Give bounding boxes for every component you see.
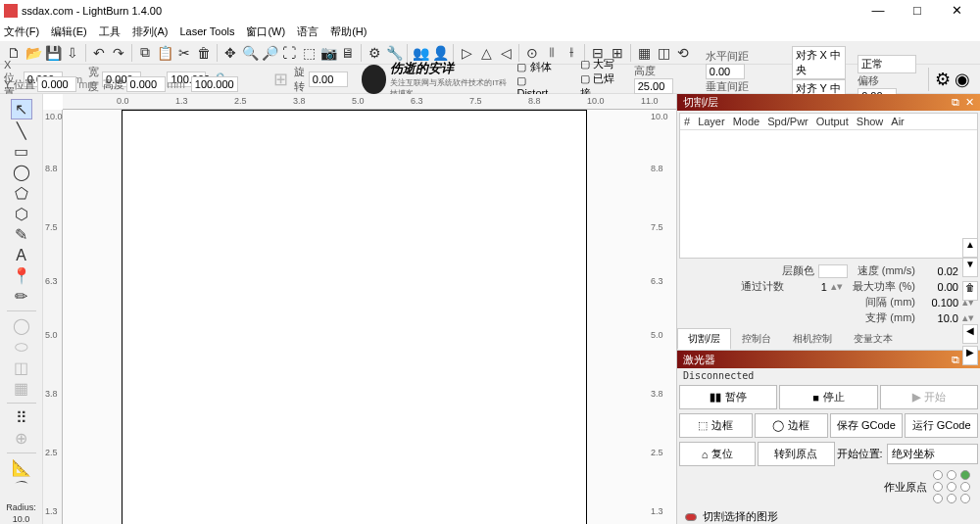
- offset-icon[interactable]: ⟲: [674, 44, 692, 62]
- stop-button[interactable]: ■停止: [779, 385, 877, 409]
- height-input[interactable]: 0.000: [126, 76, 166, 92]
- align-v-icon[interactable]: ⫲: [563, 44, 580, 62]
- maximize-button[interactable]: □: [898, 0, 937, 22]
- run-gcode-button[interactable]: 运行 GCode: [905, 413, 978, 438]
- ypos-input[interactable]: 0.000: [37, 76, 76, 92]
- radius-value[interactable]: 10.0: [13, 514, 30, 524]
- menu-edit[interactable]: 编辑(E): [51, 24, 87, 39]
- cuts-table: # Layer Mode Spd/Pwr Output Show Air: [679, 113, 978, 259]
- laser-panel: 激光器 ⧉ ✕ Disconnected ▮▮暂停 ■停止 ▶开始 ⬚ 边框 ◯…: [677, 351, 980, 524]
- undock-laser-icon[interactable]: ⧉: [952, 354, 959, 366]
- text-height-input[interactable]: 25.00: [634, 78, 673, 94]
- rotate-input[interactable]: 0.00: [309, 71, 348, 87]
- height-label: 高度: [103, 77, 124, 92]
- normal-select[interactable]: 正常: [858, 55, 916, 73]
- radial-array-tool[interactable]: ⊕: [11, 429, 32, 448]
- menu-tools[interactable]: 工具: [99, 24, 121, 39]
- offset-tool[interactable]: ◯: [11, 316, 32, 335]
- text-tool[interactable]: A: [11, 246, 32, 264]
- height-pct[interactable]: 100.000: [191, 76, 238, 92]
- job-origin-grid[interactable]: [933, 470, 972, 503]
- cuts-body[interactable]: [680, 130, 977, 258]
- menu-file[interactable]: 文件(F): [4, 24, 39, 39]
- close-button[interactable]: ✕: [937, 0, 976, 22]
- save-gcode-button[interactable]: 保存 GCode: [830, 413, 904, 438]
- tab-console[interactable]: 控制台: [731, 328, 782, 350]
- zoom-in-icon[interactable]: 🔍: [241, 44, 259, 62]
- minimize-button[interactable]: —: [858, 0, 898, 22]
- trace-tool[interactable]: ▦: [11, 379, 32, 398]
- select-tool[interactable]: ↖: [11, 99, 32, 119]
- array-icon[interactable]: ▦: [635, 44, 653, 62]
- distort-toggle[interactable]: ▢: [516, 74, 526, 86]
- passes-input[interactable]: 1: [788, 281, 827, 293]
- menu-help[interactable]: 帮助(H): [330, 24, 367, 39]
- pan-icon[interactable]: ✥: [221, 44, 239, 62]
- close-panel-icon[interactable]: ✕: [965, 96, 974, 109]
- anchor-grid-icon[interactable]: ⊞: [273, 69, 288, 90]
- canvas-area: 0.0 1.3 2.5 3.8 5.0 6.3 7.5 8.8 10.0 11.…: [43, 94, 676, 524]
- undock-icon[interactable]: ⧉: [952, 96, 959, 109]
- tab-variable[interactable]: 变量文本: [843, 328, 904, 350]
- measure-tool[interactable]: 📐: [11, 458, 32, 477]
- path-tool[interactable]: ⬡: [11, 205, 32, 223]
- tab-tool[interactable]: ⌒: [11, 479, 32, 500]
- power-input[interactable]: 0.00: [919, 281, 958, 293]
- cut-selected-led[interactable]: [685, 513, 697, 521]
- select-area-icon[interactable]: ⬚: [300, 44, 318, 62]
- hspace-input[interactable]: 0.00: [706, 64, 745, 79]
- bottom-tabs: 切割/层 控制台 相机控制 变量文本: [677, 328, 980, 351]
- home-button[interactable]: ⌂ 复位: [679, 442, 756, 466]
- radius-label: Radius:: [6, 502, 36, 512]
- welded-toggle[interactable]: ▢: [580, 72, 590, 84]
- kerf-input[interactable]: 10.0: [919, 312, 958, 324]
- frame-circle-button[interactable]: ◯ 边框: [755, 413, 828, 438]
- zoom-frame-icon[interactable]: ⛶: [280, 44, 298, 62]
- tab-camera[interactable]: 相机控制: [782, 328, 843, 350]
- tab-cuts[interactable]: 切割/层: [677, 328, 731, 350]
- menu-laser-tools[interactable]: Laser Tools: [179, 25, 234, 37]
- italic-toggle[interactable]: ▢: [516, 61, 526, 72]
- menu-arrange[interactable]: 排列(A): [132, 24, 169, 39]
- marker-tool[interactable]: 📍: [11, 266, 32, 285]
- weld-tool[interactable]: ⬭: [11, 337, 32, 356]
- ellipse-tool[interactable]: ◯: [11, 163, 32, 181]
- edit-nodes-tool[interactable]: ✎: [11, 225, 32, 244]
- monitor-icon[interactable]: 🖥: [339, 44, 357, 62]
- next-button[interactable]: ▶: [962, 346, 978, 365]
- zoom-out-icon[interactable]: 🔎: [261, 44, 278, 62]
- line-tool[interactable]: ╲: [11, 121, 32, 140]
- layer-props: 层颜色 速度 (mm/s) 0.02▴▾ 通过计数 1▴▾ 最大功率 (%) 0…: [677, 261, 980, 328]
- start-from-select[interactable]: 绝对坐标: [887, 444, 978, 464]
- camera-icon[interactable]: 📷: [319, 44, 337, 62]
- pencil-tool[interactable]: ✏: [11, 287, 32, 306]
- pause-button[interactable]: ▮▮暂停: [679, 385, 777, 409]
- menu-window[interactable]: 窗口(W): [246, 24, 285, 39]
- gear-preview-icon[interactable]: ⚙: [935, 69, 951, 90]
- polygon-tool[interactable]: ⬠: [11, 183, 32, 202]
- cuts-panel-header[interactable]: 切割/层 ⧉ ✕: [677, 94, 980, 111]
- ruler-vertical: 10.0 8.8 7.5 6.3 5.0 3.8 2.5 1.3: [43, 110, 63, 524]
- frame-button[interactable]: ⬚ 边框: [679, 413, 753, 438]
- speed-input[interactable]: 0.02: [919, 265, 958, 277]
- move-up-button[interactable]: ▲: [962, 238, 978, 258]
- start-button[interactable]: ▶开始: [880, 385, 978, 409]
- laser-panel-header[interactable]: 激光器 ⧉ ✕: [677, 351, 980, 368]
- right-panel: 切割/层 ⧉ ✕ # Layer Mode Spd/Pwr Output Sho…: [676, 94, 980, 524]
- goto-origin-button[interactable]: 转到原点: [758, 442, 834, 466]
- rect-tool[interactable]: ▭: [11, 142, 32, 161]
- delete-layer-button[interactable]: 🗑: [962, 281, 978, 301]
- preview-target-icon[interactable]: ◉: [955, 69, 970, 90]
- upper-toggle[interactable]: ▢: [580, 58, 590, 70]
- ypos-label: Y 位置: [4, 77, 35, 92]
- layer-color-swatch[interactable]: [818, 264, 848, 278]
- canvas[interactable]: [63, 110, 676, 524]
- boolean-icon[interactable]: ◫: [655, 44, 672, 62]
- interval-input[interactable]: 0.100: [919, 297, 958, 309]
- boolean-tool[interactable]: ◫: [11, 358, 32, 377]
- menu-language[interactable]: 语言: [297, 24, 318, 39]
- move-down-button[interactable]: ▼: [962, 258, 978, 277]
- grid-array-tool[interactable]: ⠿: [11, 408, 32, 427]
- align-x-select[interactable]: 对齐 X 中央: [792, 46, 847, 79]
- prev-button[interactable]: ◀: [962, 324, 978, 344]
